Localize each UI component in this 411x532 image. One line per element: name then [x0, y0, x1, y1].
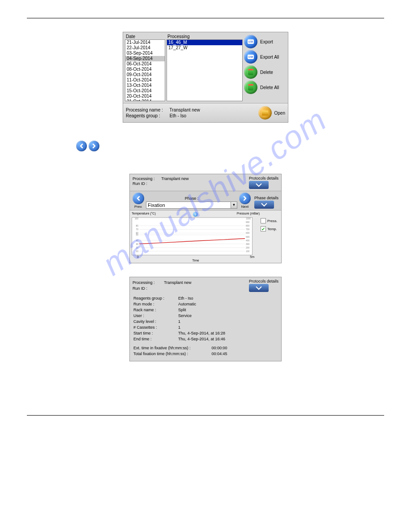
date-list-item[interactable]: 13-Oct-2014: [125, 83, 165, 88]
protocols-details-button[interactable]: [249, 284, 269, 292]
detail-row-label: End time :: [133, 337, 178, 341]
processing-label: Processing :: [133, 280, 163, 285]
detail-row-label: Reagents group :: [133, 296, 178, 300]
total-fix-label: Total fixation time (hh:mm:ss) :: [133, 352, 210, 356]
open-label: Open: [274, 111, 285, 116]
svg-text:80: 80: [136, 224, 138, 227]
date-listbox[interactable]: 21-Jul-201422-Jul-201403-Sep-201404-Sep-…: [125, 39, 165, 101]
x-tick-start: 0: [137, 255, 139, 258]
detail-row-value: 1: [178, 319, 180, 324]
nav-prev-icon[interactable]: [76, 141, 87, 151]
usb-icon: USB: [248, 39, 254, 44]
svg-text:30: 30: [136, 243, 138, 245]
temp-legend-label: Temp.: [267, 227, 277, 231]
protocols-details-label: Protocols details: [249, 279, 278, 283]
phase-chart: 1008070605540302010100090080070060050040…: [132, 217, 253, 255]
detail-row-label: Run mode :: [133, 302, 178, 306]
runid-label: Run ID :: [133, 286, 163, 291]
trash-icon: [248, 69, 253, 75]
phase-details-label: Phase details: [254, 196, 278, 200]
nav-next-icon[interactable]: [89, 141, 99, 151]
svg-text:600: 600: [246, 232, 250, 234]
phase-select-input[interactable]: [146, 202, 231, 209]
info-icon[interactable]: i: [193, 212, 198, 217]
svg-text:300: 300: [246, 243, 250, 245]
press-axis-label: Pressure (mBar): [237, 212, 260, 215]
svg-text:40: 40: [136, 239, 138, 242]
export-button[interactable]: USB: [244, 35, 257, 48]
phase-chart-panel: Processing : Transplant new Run ID : Pro…: [129, 174, 282, 263]
delete-label: Delete: [260, 70, 273, 75]
detail-row-value: 1: [178, 325, 180, 330]
delete-all-label: Delete All: [260, 85, 279, 90]
detail-row-value: Thu, 4-Sep-2014, at 16:46: [178, 337, 225, 341]
press-checkbox[interactable]: [261, 218, 266, 223]
svg-text:900: 900: [246, 221, 250, 223]
processing-list-item[interactable]: 16_46_M: [167, 40, 242, 45]
svg-text:200: 200: [246, 246, 250, 249]
folder-icon: [262, 111, 268, 116]
total-fix-value: 00:04:45: [212, 352, 227, 356]
date-list-item[interactable]: 20-Oct-2014: [125, 94, 165, 99]
date-list-item[interactable]: 22-Jul-2014: [125, 45, 165, 51]
export-all-label: Export All: [260, 55, 279, 60]
svg-text:400: 400: [246, 239, 250, 242]
detail-row-value: Split: [178, 308, 186, 312]
svg-text:700: 700: [246, 228, 250, 231]
detail-row-value: Eth - Iso: [178, 296, 193, 300]
svg-text:100: 100: [135, 217, 139, 220]
date-list-item[interactable]: 21-Jul-2014: [125, 40, 165, 45]
temp-axis-label: Temperature (°C): [132, 212, 156, 215]
delete-button[interactable]: [244, 65, 257, 79]
temp-checkbox[interactable]: ✔: [261, 226, 266, 232]
protocols-details-label: Protocols details: [249, 176, 278, 180]
phase-prev-button[interactable]: [133, 193, 144, 204]
protocols-details-button[interactable]: [249, 181, 269, 189]
detail-row-value: Service: [178, 313, 192, 318]
ext-time-label: Ext. time in fixative (hh:mm:ss) :: [133, 346, 210, 350]
date-list-item[interactable]: 11-Oct-2014: [125, 77, 165, 83]
detail-row-label: Rack name :: [133, 308, 178, 312]
ext-time-value: 00:00:00: [212, 346, 227, 350]
svg-text:70: 70: [136, 228, 138, 231]
detail-row-value: Automatic: [178, 302, 196, 306]
svg-text:800: 800: [246, 224, 250, 227]
detail-row-label: Cavity level :: [133, 319, 178, 324]
processing-name-value: Transplant new: [170, 107, 200, 112]
svg-text:20: 20: [136, 246, 138, 249]
press-legend-label: Press.: [267, 219, 278, 223]
date-list-item[interactable]: 04-Sep-2014: [125, 56, 165, 61]
date-list-item[interactable]: 03-Sep-2014: [125, 51, 165, 56]
processing-column-header: Processing: [167, 34, 243, 39]
phase-next-label: Next: [239, 205, 251, 209]
date-list-item[interactable]: 21-Oct-2014: [125, 99, 165, 101]
x-tick-end: 5m: [250, 255, 254, 258]
svg-text:55: 55: [136, 233, 138, 236]
phase-prev-label: Prev.: [133, 205, 144, 209]
x-axis-label: Time: [132, 259, 260, 262]
export-label: Export: [260, 39, 273, 44]
date-column-header: Date: [125, 34, 165, 39]
date-list-item[interactable]: 06-Oct-2014: [125, 61, 165, 67]
open-button[interactable]: [258, 106, 272, 120]
svg-text:100: 100: [246, 250, 250, 253]
phase-dropdown-button[interactable]: ▼: [231, 202, 237, 209]
svg-text:1000: 1000: [246, 217, 251, 220]
phase-next-button[interactable]: [239, 193, 251, 204]
processing-name-label: Processing name :: [126, 107, 168, 112]
processing-value: Transplant new: [164, 280, 191, 285]
processing-listbox[interactable]: 16_46_M17_27_W: [167, 39, 243, 101]
processing-list-item[interactable]: 17_27_W: [167, 45, 242, 51]
date-list-item[interactable]: 08-Oct-2014: [125, 67, 165, 72]
usb-icon: USB: [248, 55, 254, 59]
phase-details-button[interactable]: [254, 201, 274, 209]
date-list-item[interactable]: 09-Oct-2014: [125, 72, 165, 77]
export-all-button[interactable]: USB: [244, 50, 257, 64]
processing-label: Processing :: [133, 176, 160, 181]
date-list-item[interactable]: 15-Oct-2014: [125, 88, 165, 94]
delete-all-button[interactable]: [244, 81, 257, 94]
svg-text:10: 10: [136, 250, 138, 253]
trash-icon: [248, 84, 253, 90]
phase-label: Phase :: [185, 196, 199, 201]
detail-row-label: Start time :: [133, 331, 178, 335]
